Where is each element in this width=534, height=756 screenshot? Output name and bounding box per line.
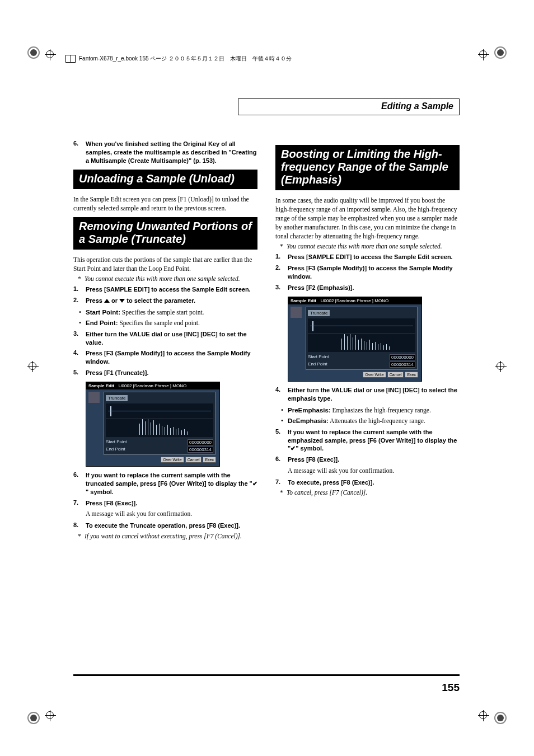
heading-emphasis: Boosting or Limiting the High-frequency … bbox=[275, 145, 460, 190]
body-text: In some cases, the audio quality will be… bbox=[275, 196, 460, 241]
bullet-item: Start Point: Specifies the sample start … bbox=[86, 308, 257, 317]
crop-mark-mr bbox=[495, 361, 507, 373]
crop-mark-tr bbox=[494, 46, 507, 60]
heading-unload: Unloading a Sample (Unload) bbox=[73, 170, 257, 189]
step-text: Press [F8 (Exec)]. bbox=[288, 456, 339, 464]
step-text: If you want to replace the current sampl… bbox=[288, 428, 460, 453]
step-number: 5. bbox=[73, 369, 86, 377]
crop-mark-bl bbox=[27, 712, 40, 725]
checkmark-icon: ✔ bbox=[252, 480, 257, 488]
step-text: Press [F2 (Emphasis)]. bbox=[288, 284, 354, 292]
book-icon bbox=[65, 55, 76, 63]
waveform-icon bbox=[291, 307, 302, 318]
bullet-item: End Point: Specifies the sample end poin… bbox=[86, 318, 257, 327]
checkmark-icon: ✔ bbox=[291, 444, 296, 453]
cancel-button: Cancel bbox=[387, 372, 404, 378]
step-text: Either turn the VALUE dial or use [INC] … bbox=[86, 330, 257, 347]
bullet-item: DeEmphasis: Attenuates the high-frequenc… bbox=[288, 416, 460, 425]
step-number: 5. bbox=[275, 428, 288, 453]
print-header-text: Fantom-X678_r_e.book 155 ページ ２００５年５月１２日 … bbox=[79, 55, 292, 63]
step-number: 6. bbox=[73, 140, 86, 165]
step-text: Press or to select the parameter. bbox=[86, 297, 195, 305]
step-text: Press [F3 (Sample Modify)] to access the… bbox=[86, 349, 257, 366]
step-number: 1. bbox=[73, 285, 86, 294]
step-follow-text: A message will ask you for confirmation. bbox=[86, 510, 257, 519]
step-number: 3. bbox=[73, 330, 86, 347]
down-arrow-icon bbox=[119, 299, 125, 303]
step-text: When you've finished setting the Origina… bbox=[86, 140, 257, 165]
crop-cross-bl bbox=[45, 710, 56, 722]
exec-button: Exec bbox=[405, 372, 418, 378]
cancel-button: Cancel bbox=[185, 457, 202, 463]
exec-button: Exec bbox=[203, 457, 216, 463]
step-text: Press [SAMPLE EDIT] to access the Sample… bbox=[86, 285, 251, 294]
page-section-title: Editing a Sample bbox=[238, 98, 460, 115]
step-number: 7. bbox=[73, 499, 86, 508]
step-text: Press [F1 (Truncate)]. bbox=[86, 369, 148, 377]
waveform-icon bbox=[88, 392, 100, 403]
step-number: 3. bbox=[275, 284, 288, 292]
note-text: *If you want to cancel without executing… bbox=[86, 533, 257, 539]
crop-mark-tl bbox=[27, 46, 40, 60]
step-number: 8. bbox=[73, 522, 86, 530]
step-number: 2. bbox=[275, 264, 288, 281]
ui-screenshot-emphasis: Sample EditU0002 [Sandman Phrase ] MONO … bbox=[288, 297, 422, 382]
crop-cross-tl bbox=[45, 49, 56, 62]
ui-screenshot-truncate: Sample EditU0002 [Sandman Phrase ] MONO … bbox=[86, 382, 220, 467]
step-number: 4. bbox=[73, 349, 86, 366]
note-text: *You cannot execute this with more than … bbox=[288, 243, 460, 250]
step-number: 6. bbox=[275, 456, 288, 464]
up-arrow-icon bbox=[104, 299, 110, 303]
step-number: 1. bbox=[275, 253, 288, 261]
step-text: Press [SAMPLE EDIT] to access the Sample… bbox=[288, 253, 453, 261]
step-number: 2. bbox=[73, 297, 86, 305]
step-text: Either turn the VALUE dial or use [INC] … bbox=[288, 386, 460, 403]
crop-cross-br bbox=[478, 710, 489, 722]
body-text: This operation cuts the portions of the … bbox=[73, 255, 257, 273]
step-text: Press [F3 (Sample Modify)] to access the… bbox=[288, 264, 460, 281]
print-header: Fantom-X678_r_e.book 155 ページ ２００５年５月１２日 … bbox=[65, 55, 292, 63]
overwrite-button: Over Write bbox=[161, 457, 184, 463]
bullet-item: PreEmphasis: Emphasizes the high-frequen… bbox=[288, 406, 460, 415]
footer-rule bbox=[73, 674, 460, 676]
step-text: To execute, press [F8 (Exec)]. bbox=[288, 478, 374, 487]
body-text: In the Sample Edit screen you can press … bbox=[73, 195, 257, 213]
left-column: 6. When you've finished setting the Orig… bbox=[73, 137, 257, 543]
page-number: 155 bbox=[442, 682, 460, 694]
crop-mark-ml bbox=[27, 361, 39, 373]
step-text: If you want to replace the current sampl… bbox=[86, 471, 257, 496]
crop-mark-br bbox=[494, 712, 507, 725]
step-number: 6. bbox=[73, 471, 86, 496]
step-text: To execute the Truncate operation, press… bbox=[86, 522, 240, 530]
step-number: 7. bbox=[275, 478, 288, 487]
step-follow-text: A message will ask you for confirmation. bbox=[288, 467, 460, 476]
overwrite-button: Over Write bbox=[363, 372, 386, 378]
note-text: *You cannot execute this with more than … bbox=[86, 275, 257, 282]
step-text: Press [F8 (Exec)]. bbox=[86, 499, 137, 508]
right-column: Boosting or Limiting the High-frequency … bbox=[275, 137, 460, 543]
heading-truncate: Removing Unwanted Portions of a Sample (… bbox=[73, 217, 257, 250]
note-text: *To cancel, press [F7 (Cancel)]. bbox=[288, 489, 460, 496]
step-number: 4. bbox=[275, 386, 288, 403]
crop-cross-tr bbox=[478, 49, 489, 62]
